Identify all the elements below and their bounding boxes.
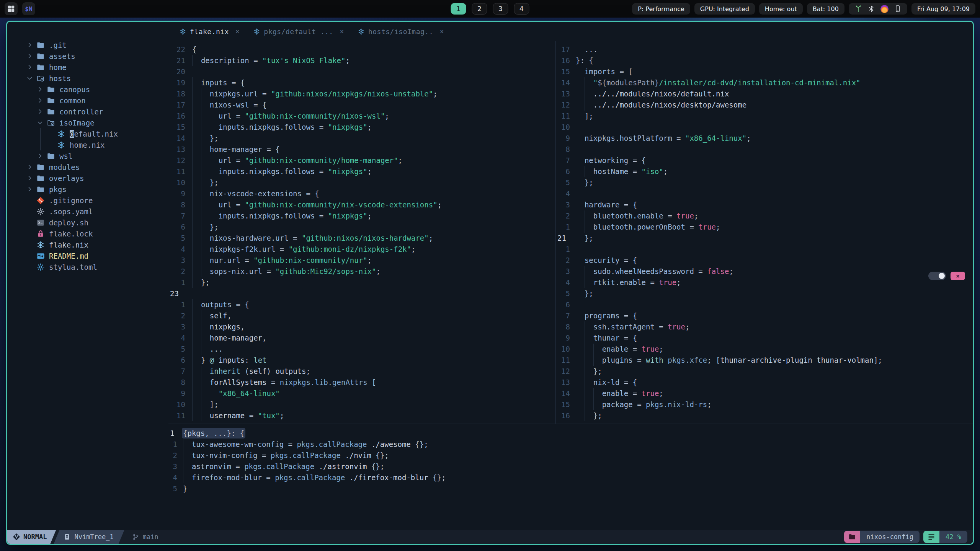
- code-line[interactable]: 4 home-manager,: [168, 333, 555, 344]
- tree-item-canopus[interactable]: canopus: [7, 84, 168, 95]
- code-line[interactable]: 2 self,: [168, 310, 555, 321]
- code-line[interactable]: 11 username = "tux";: [168, 410, 555, 421]
- code-line[interactable]: 10 enable = true;: [556, 344, 973, 355]
- code-line[interactable]: 2 bluetooth.enable = true;: [556, 210, 973, 222]
- code-pane-flake-nix[interactable]: 22{21 description = "tux's NixOS Flake";…: [168, 41, 556, 424]
- code-line[interactable]: 2 sops-nix.url = "github:Mic92/sops-nix"…: [168, 266, 555, 277]
- code-line[interactable]: 9 nixpkgs.hostPlatform = "x86_64-linux";: [556, 133, 973, 144]
- code-line[interactable]: 15 inputs.nixpkgs.follows = "nixpkgs";: [168, 122, 555, 133]
- code-line[interactable]: 10: [556, 122, 973, 133]
- code-line[interactable]: 7 programs = {: [556, 310, 973, 321]
- bluetooth-icon[interactable]: [867, 5, 875, 13]
- tree-item-default-nix[interactable]: default.nix: [7, 128, 168, 139]
- code-line[interactable]: 14 };: [168, 133, 555, 144]
- tab-flake-nix[interactable]: flake.nix×: [179, 28, 239, 36]
- code-line[interactable]: 9 thunar = {: [556, 333, 973, 344]
- workspace-button-2[interactable]: 2: [472, 3, 487, 15]
- code-line[interactable]: 13 ../../modules/nixos/default.nix: [556, 88, 973, 99]
- code-line[interactable]: 21 description = "tux's NixOS Flake";: [168, 55, 555, 66]
- window-toggle-switch[interactable]: [928, 272, 946, 280]
- code-line[interactable]: 1{pkgs, ...}: {: [168, 428, 973, 439]
- code-line[interactable]: 1: [556, 244, 973, 255]
- code-pane-pkgs-default[interactable]: 1{pkgs, ...}: {1 tux-awesome-wm-config =…: [168, 424, 973, 530]
- code-line[interactable]: 23: [168, 288, 555, 299]
- code-line[interactable]: 16}: {: [556, 55, 973, 66]
- tree-item-README-md[interactable]: README.md: [7, 250, 168, 261]
- code-line[interactable]: 18 nixpkgs.url = "github:nixos/nixpkgs/n…: [168, 88, 555, 99]
- tree-item-flake-nix[interactable]: flake.nix: [7, 239, 168, 250]
- code-line[interactable]: 3 nur.url = "github:nix-community/nur";: [168, 255, 555, 266]
- close-tab-icon[interactable]: ×: [235, 28, 239, 35]
- code-line[interactable]: 11 plugins = with pkgs.xfce; [thunar-arc…: [556, 355, 973, 366]
- code-line[interactable]: 5 ...: [168, 344, 555, 355]
- code-line[interactable]: 1 bluetooth.powerOnBoot = true;: [556, 222, 973, 233]
- code-line[interactable]: 12 ../../modules/nixos/desktop/awesome: [556, 99, 973, 111]
- tree-item--gitignore[interactable]: .gitignore: [7, 195, 168, 206]
- code-line[interactable]: 2 tux-nvim-config = pkgs.callPackage ./n…: [168, 450, 973, 461]
- code-line[interactable]: 8 forAllSystems = nixpkgs.lib.genAttrs [: [168, 377, 555, 388]
- workspace-button-4[interactable]: 4: [514, 3, 529, 15]
- code-line[interactable]: 14 "${modulesPath}/installer/cd-dvd/inst…: [556, 77, 973, 88]
- code-line[interactable]: 4 nixpkgs-f2k.url = "github:moni-dz/nixp…: [168, 244, 555, 255]
- code-line[interactable]: 11 inputs.nixpkgs.follows = "nixpkgs";: [168, 166, 555, 177]
- code-line[interactable]: 10 ];: [168, 399, 555, 410]
- code-pane-iso-image[interactable]: 17 ...16}: {15 imports = [14 "${modulesP…: [556, 41, 973, 424]
- phone-icon[interactable]: [894, 5, 902, 13]
- tree-item-hosts[interactable]: hosts: [7, 73, 168, 84]
- code-line[interactable]: 8 ssh.startAgent = true;: [556, 321, 973, 333]
- code-line[interactable]: 1 outputs = {: [168, 299, 555, 310]
- tree-item-flake-lock[interactable]: flake.lock: [7, 228, 168, 239]
- neovim-launcher-button[interactable]: $N: [22, 2, 35, 15]
- code-line[interactable]: 3 astronvim = pkgs.callPackage ./astronv…: [168, 461, 973, 472]
- code-line[interactable]: 8: [556, 144, 973, 155]
- code-line[interactable]: 6 } @ inputs: let: [168, 355, 555, 366]
- code-line[interactable]: 3 hardware = {: [556, 199, 973, 210]
- code-line[interactable]: 16 url = "github:nix-community/nixos-wsl…: [168, 111, 555, 122]
- tree-item-modules[interactable]: modules: [7, 161, 168, 173]
- code-line[interactable]: 6 };: [168, 222, 555, 233]
- tree-item--git[interactable]: .git: [7, 39, 168, 51]
- code-line[interactable]: 2 security = {: [556, 255, 973, 266]
- code-line[interactable]: 17 ...: [556, 44, 973, 55]
- nvimtree-sidebar[interactable]: .gitassetshomehostscanopuscommoncontroll…: [7, 22, 168, 530]
- code-line[interactable]: 20: [168, 66, 555, 77]
- code-line[interactable]: 11 ];: [556, 111, 973, 122]
- tree-item-home-nix[interactable]: home.nix: [7, 139, 168, 150]
- antenna-icon[interactable]: [854, 5, 862, 13]
- tree-item-stylua-toml[interactable]: stylua.toml: [7, 261, 168, 272]
- code-line[interactable]: 5 };: [556, 288, 973, 299]
- code-line[interactable]: 13 home-manager = {: [168, 144, 555, 155]
- code-line[interactable]: 6 hostName = "iso";: [556, 166, 973, 177]
- code-line[interactable]: 4 firefox-mod-blur = pkgs.callPackage ./…: [168, 472, 973, 483]
- code-line[interactable]: 15 imports = [: [556, 66, 973, 77]
- workspace-button-1[interactable]: 1: [451, 3, 466, 15]
- code-line[interactable]: 10 };: [168, 177, 555, 188]
- code-line[interactable]: 5 };: [556, 177, 973, 188]
- tab-pkgs-default-[interactable]: pkgs/default ...×: [253, 28, 344, 36]
- code-line[interactable]: 21 };: [556, 233, 973, 244]
- code-line[interactable]: 12 url = "github:nix-community/home-mana…: [168, 155, 555, 166]
- code-line[interactable]: 5 nixos-hardware.url = "github:nixos/nix…: [168, 233, 555, 244]
- code-line[interactable]: 5}: [168, 483, 973, 494]
- code-line[interactable]: 19 inputs = {: [168, 77, 555, 88]
- flame-icon[interactable]: [880, 5, 889, 13]
- code-line[interactable]: 7 inherit (self) outputs;: [168, 366, 555, 377]
- code-line[interactable]: 8 url = "github:nix-community/nix-vscode…: [168, 199, 555, 210]
- code-line[interactable]: 22{: [168, 44, 555, 55]
- close-tab-icon[interactable]: ×: [340, 28, 344, 35]
- code-line[interactable]: 15 package = pkgs.nix-ld-rs;: [556, 399, 973, 410]
- tree-item--sops-yaml[interactable]: .sops.yaml: [7, 206, 168, 217]
- tab-hosts-isoImag-[interactable]: hosts/isoImag..×: [358, 28, 444, 36]
- code-line[interactable]: 12 };: [556, 366, 973, 377]
- tree-item-home[interactable]: home: [7, 62, 168, 73]
- tree-item-controller[interactable]: controller: [7, 106, 168, 117]
- tree-item-isoImage[interactable]: isoImage: [7, 117, 168, 128]
- code-line[interactable]: 1 };: [168, 277, 555, 288]
- tree-item-pkgs[interactable]: pkgs: [7, 184, 168, 195]
- tree-item-deploy-sh[interactable]: deploy.sh: [7, 217, 168, 228]
- tree-item-wsl[interactable]: wsl: [7, 150, 168, 161]
- code-line[interactable]: 14 enable = true;: [556, 388, 973, 399]
- code-line[interactable]: 7 networking = {: [556, 155, 973, 166]
- window-close-button[interactable]: ×: [951, 272, 965, 280]
- code-line[interactable]: 16 };: [556, 410, 973, 421]
